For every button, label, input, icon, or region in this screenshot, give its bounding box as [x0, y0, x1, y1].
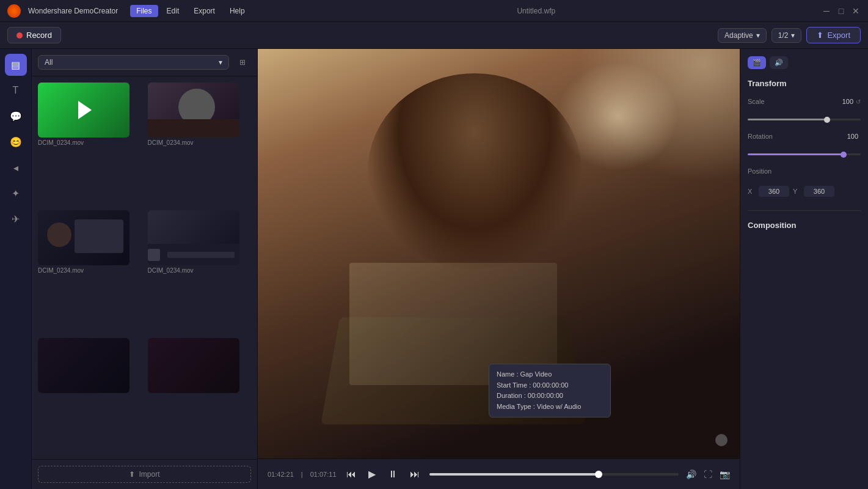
thumbnail-preview [148, 83, 239, 138]
record-dot-icon [16, 32, 23, 39]
rotation-slider[interactable] [748, 153, 861, 155]
panel-tabs: 🎬 🔊 [748, 56, 861, 69]
export-icon: ⬆ [817, 31, 823, 40]
sidebar-icon-effects[interactable]: ✦ [5, 182, 27, 204]
thumbnail-item[interactable] [148, 338, 252, 453]
menu-edit[interactable]: Edit [161, 5, 186, 17]
x-value[interactable]: 360 [759, 186, 789, 197]
thumbnail-label: DCIM_0234.mov [148, 267, 252, 274]
tooltip-start-value: 00:00:00:00 [533, 381, 568, 389]
scale-row: Scale 100 ↺ [748, 98, 861, 105]
adaptive-dropdown[interactable]: Adaptive ▾ [718, 28, 767, 43]
thumbnail-preview [38, 83, 129, 138]
rotation-label: Rotation [748, 133, 847, 140]
scale-slider-thumb[interactable] [824, 117, 830, 123]
ratio-chevron-icon: ▾ [791, 31, 795, 40]
sidebar-icon-cursor[interactable]: ◂ [5, 156, 27, 178]
playback-controls: 01:42:21 | 01:07:11 ⏮ ▶ ⏸ ⏭ 🔊 ⛶ 📷 [258, 458, 740, 489]
scale-label: Scale [748, 98, 842, 105]
window-title: Untitled.wfp [258, 7, 814, 15]
tooltip-media-label: Media Type : [497, 403, 535, 410]
import-area: ⬆ Import [32, 459, 257, 489]
app-name: Wondershare DemoCreator [28, 7, 118, 15]
tooltip-media-value: Video w/ Audio [537, 403, 582, 410]
y-value[interactable]: 360 [804, 186, 834, 197]
volume-icon[interactable]: 🔊 [686, 469, 696, 479]
sidebar-icon-export[interactable]: ✈ [5, 208, 27, 230]
play-button[interactable]: ▶ [366, 467, 378, 481]
tooltip-duration: Duration : 00:00:00:00 [497, 391, 603, 402]
import-label: Import [139, 470, 159, 479]
screenshot-icon[interactable]: 📷 [720, 469, 730, 479]
tooltip-start-label: Start Time : [497, 381, 531, 389]
position-label: Position [748, 167, 861, 175]
thumbnail-preview [38, 210, 129, 265]
progress-thumb[interactable] [595, 471, 602, 478]
skip-back-button[interactable]: ⏮ [344, 468, 359, 481]
tooltip-duration-label: Duration : [497, 392, 526, 399]
gap-tooltip: Name : Gap Video Start Time : 00:00:00:0… [489, 364, 611, 417]
thumbnail-label: DCIM_0234.mov [148, 139, 252, 146]
main-content: ▤ T 💬 😊 ◂ ✦ ✈ All ▾ ⊞ DCIM_0234.mov [0, 49, 868, 489]
menu-files[interactable]: Files [130, 5, 158, 17]
sidebar-icon-media[interactable]: ▤ [5, 54, 27, 76]
filter-dropdown[interactable]: All ▾ [38, 55, 229, 70]
app-logo [7, 4, 21, 18]
thumbnail-item[interactable]: DCIM_0234.mov [38, 83, 142, 204]
sidebar-icon-text[interactable]: T [5, 79, 27, 101]
sidebar-icon-captions[interactable]: 💬 [5, 105, 27, 127]
thumbnail-label: DCIM_0234.mov [38, 139, 142, 146]
scale-slider-fill [748, 119, 827, 120]
export-button[interactable]: ⬆ Export [806, 27, 861, 43]
skip-forward-button[interactable]: ⏭ [407, 468, 422, 481]
grid-view-button[interactable]: ⊞ [234, 54, 251, 71]
progress-fill [429, 473, 599, 476]
tooltip-name: Name : Gap Video [497, 369, 603, 380]
close-button[interactable]: ✕ [851, 6, 861, 16]
thumbnails-grid: DCIM_0234.mov DCIM_0234.mov DCIM_0234.mo… [32, 76, 257, 459]
filter-label: All [45, 58, 53, 67]
progress-bar[interactable] [429, 473, 679, 476]
sidebar-icon-stickers[interactable]: 😊 [5, 131, 27, 153]
y-label: Y [793, 188, 800, 195]
maximize-button[interactable]: □ [836, 6, 846, 16]
section-divider [748, 210, 861, 211]
filter-chevron-icon: ▾ [219, 58, 222, 67]
composition-title: Composition [748, 221, 861, 230]
ratio-dropdown[interactable]: 1/2 ▾ [771, 28, 802, 43]
rotation-value: 100 [847, 133, 858, 140]
record-button[interactable]: Record [7, 27, 61, 43]
menu-help[interactable]: Help [224, 5, 251, 17]
toolbar: Record Adaptive ▾ 1/2 ▾ ⬆ Export [0, 22, 868, 49]
scale-slider[interactable] [748, 119, 861, 120]
rotation-slider-thumb[interactable] [841, 152, 847, 158]
x-label: X [748, 188, 755, 195]
rotation-row: Rotation 100 [748, 133, 861, 140]
thumbnail-preview [38, 338, 129, 393]
pause-button[interactable]: ⏸ [385, 468, 400, 481]
title-bar: Wondershare DemoCreator Files Edit Expor… [0, 0, 868, 22]
tooltip-start: Start Time : 00:00:00:00 [497, 380, 603, 391]
expand-icon[interactable]: ⛶ [704, 469, 712, 479]
window-controls: ─ □ ✕ [822, 6, 861, 16]
thumbnail-item[interactable] [38, 338, 142, 453]
thumbnail-preview [148, 338, 239, 393]
position-xy: X 360 Y 360 [748, 186, 861, 197]
rotation-slider-fill [748, 153, 844, 155]
import-button[interactable]: ⬆ Import [38, 466, 251, 483]
minimize-button[interactable]: ─ [822, 6, 831, 16]
sidebar-icons: ▤ T 💬 😊 ◂ ✦ ✈ [0, 49, 32, 489]
video-tab-button[interactable]: 🎬 [748, 56, 766, 69]
tooltip-name-value: Gap Video [520, 370, 552, 378]
thumbnail-item[interactable]: DCIM_0234.mov [38, 210, 142, 332]
thumbnail-item[interactable]: DCIM_0234.mov [148, 83, 252, 204]
thumbnail-item[interactable]: DCIM_0234.mov [148, 210, 252, 332]
tooltip-name-label: Name : [497, 370, 518, 378]
audio-tab-button[interactable]: 🔊 [770, 56, 788, 69]
ratio-label: 1/2 [778, 31, 789, 40]
scale-reset-icon[interactable]: ↺ [856, 98, 861, 105]
current-time: 01:42:21 [268, 471, 294, 478]
media-panel-header: All ▾ ⊞ [32, 49, 257, 76]
menu-export[interactable]: Export [188, 5, 221, 17]
adaptive-label: Adaptive [724, 31, 753, 40]
